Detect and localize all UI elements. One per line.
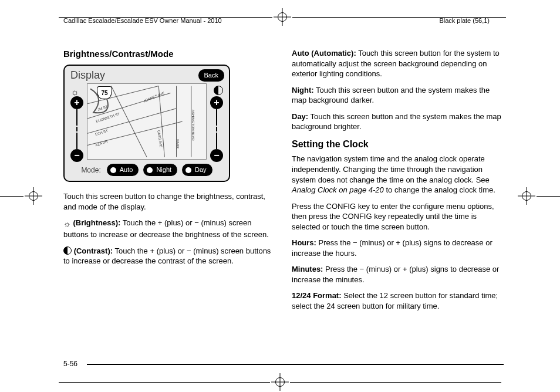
- page-number: 5-56: [63, 359, 77, 369]
- crop-marks-bottom: [0, 376, 560, 388]
- night-label: Night:: [292, 86, 314, 94]
- svg-line-4: [111, 86, 147, 157]
- manual-title: Cadillac Escalade/Escalade ESV Owner Man…: [63, 16, 222, 25]
- section-heading-brightness: Brightness/Contrast/Mode: [63, 48, 275, 60]
- night-paragraph: Night: Touch this screen button and the …: [292, 85, 504, 106]
- hours-label: Hours:: [292, 238, 316, 247]
- format-label: 12/24 Format:: [292, 291, 342, 300]
- registration-mark-icon: [274, 376, 286, 388]
- minutes-text: Press the − (minus) or + (plus) signs to…: [292, 265, 499, 284]
- contrast-paragraph: (Contrast): Touch the + (plus) or − (min…: [63, 246, 275, 266]
- cross-reference: Analog Clock on page 4‑20: [292, 185, 384, 194]
- crop-mark-right: [517, 190, 560, 202]
- mode-row: Mode: Auto Night Day: [65, 164, 229, 176]
- contrast-label: (Contrast):: [74, 246, 113, 255]
- section-heading-clock: Setting the Clock: [292, 138, 504, 151]
- day-paragraph: Day: Touch this screen button and the sy…: [292, 111, 504, 132]
- screen-title: Display: [70, 68, 105, 82]
- route-shield: 75: [97, 86, 112, 99]
- svg-text:ECH ST: ECH ST: [95, 129, 109, 137]
- svg-text:ELIZABETH  ST: ELIZABETH ST: [96, 112, 120, 123]
- night-text: Touch this screen button and the system …: [292, 86, 490, 105]
- mode-night-button[interactable]: Night: [143, 164, 177, 176]
- contrast-minus-button[interactable]: −: [210, 149, 223, 162]
- sun-icon: ☼: [63, 218, 71, 229]
- crop-mark-left: [0, 190, 43, 202]
- auto-paragraph: Auto (Automatic): Touch this screen butt…: [292, 48, 504, 79]
- brightness-paragraph: ☼ (Brightness): Touch the + (plus) or − …: [63, 218, 275, 239]
- svg-text:ADAMES  AVE: ADAMES AVE: [143, 92, 165, 103]
- clock-paragraph-2: Press the CONFIG key to enter the config…: [292, 201, 504, 232]
- day-label: Day:: [292, 112, 308, 121]
- right-column: Auto (Automatic): Touch this screen butt…: [292, 48, 504, 357]
- display-screenshot: Display Back ☼ + − + − 75: [63, 65, 230, 182]
- registration-mark-icon: [276, 11, 289, 23]
- contrast-sym-icon: [63, 246, 72, 255]
- minutes-paragraph: Minutes: Press the − (minus) or + (plus)…: [292, 264, 504, 285]
- map-preview: 75 JM ST ELIZABETH ST: [87, 83, 207, 160]
- contrast-slider[interactable]: + −: [209, 96, 224, 162]
- svg-text:CASS AVE: CASS AVE: [157, 130, 163, 148]
- footer-rule: [87, 364, 504, 365]
- crop-marks-top: Cadillac Escalade/Escalade ESV Owner Man…: [0, 11, 560, 23]
- back-button[interactable]: Back: [198, 69, 224, 82]
- mode-label: Mode:: [81, 165, 100, 175]
- hours-text: Press the − (minus) or + (plus) signs to…: [292, 238, 492, 258]
- mode-day-button[interactable]: Day: [182, 164, 212, 176]
- page-body: Brightness/Contrast/Mode Display Back ☼ …: [63, 48, 504, 357]
- brightness-minus-button[interactable]: −: [70, 149, 83, 162]
- minutes-label: Minutes:: [292, 265, 323, 273]
- brightness-plus-button[interactable]: +: [70, 96, 83, 109]
- svg-text:ASHINGTON BLVD: ASHINGTON BLVD: [191, 110, 195, 141]
- contrast-plus-button[interactable]: +: [210, 96, 223, 109]
- mode-auto-button[interactable]: Auto: [107, 164, 139, 176]
- auto-label: Auto (Automatic):: [292, 49, 356, 58]
- day-text: Touch this screen button and the system …: [292, 112, 501, 131]
- hours-paragraph: Hours: Press the − (minus) or + (plus) s…: [292, 238, 504, 258]
- left-column: Brightness/Contrast/Mode Display Back ☼ …: [63, 48, 275, 357]
- format-paragraph: 12/24 Format: Select the 12 screen butto…: [292, 290, 504, 311]
- svg-text:AZA  DR: AZA DR: [95, 140, 109, 147]
- clock-paragraph-1: The navigation system time and the analo…: [292, 154, 504, 195]
- intro-paragraph: Touch this screen button to change the b…: [63, 191, 275, 212]
- contrast-icon: [214, 86, 223, 95]
- brightness-slider[interactable]: + −: [69, 96, 85, 162]
- svg-text:PARK: PARK: [176, 140, 180, 149]
- plate-label: Black plate (56,1): [439, 16, 490, 25]
- brightness-label: (Brightness):: [73, 218, 120, 227]
